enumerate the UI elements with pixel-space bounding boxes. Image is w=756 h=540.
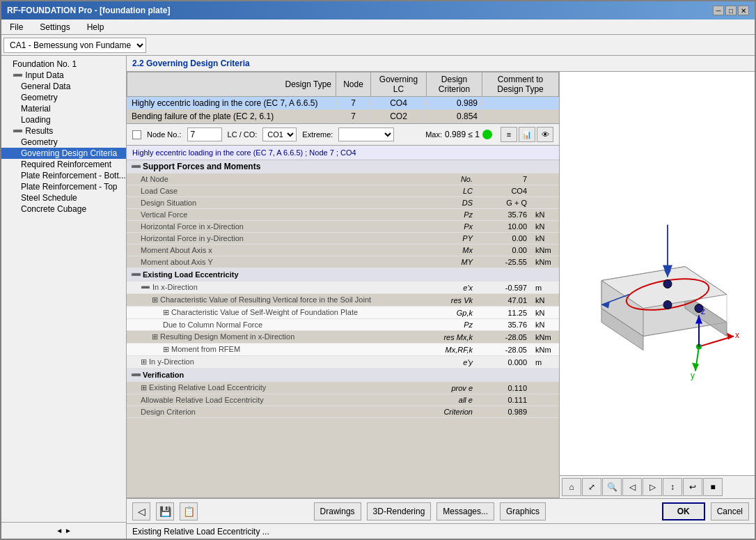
svg-point-12 — [663, 280, 672, 288]
chart-icon-btn[interactable]: 📊 — [519, 127, 535, 142]
data-panel: Design Type Node Governing LC Design Cri… — [127, 72, 560, 498]
lc-co-label: LC / CO: — [228, 130, 258, 139]
tree-root-label: Foundation No. 1 — [13, 59, 77, 69]
content-area: Foundation No. 1 ➖ Input Data General Da… — [1, 56, 755, 539]
svg-point-13 — [663, 301, 672, 309]
tree-material[interactable]: Material — [1, 103, 126, 114]
tree-concrete-cubage[interactable]: Concrete Cubage — [1, 203, 126, 215]
detail-row-load-case: Load Case LC CO4 — [127, 185, 559, 197]
section-verification: ➖Verification — [127, 369, 559, 382]
menu-bar: File Settings Help — [1, 20, 755, 35]
maximize-button[interactable]: □ — [725, 6, 737, 15]
extreme-label: Extreme: — [302, 130, 333, 139]
view-left-btn[interactable]: ◁ — [622, 478, 642, 496]
cell-lc-2: CO2 — [371, 110, 427, 123]
view-rotate-btn[interactable]: ↩ — [683, 478, 702, 496]
close-button[interactable]: ✕ — [738, 6, 749, 15]
view-toolbar: ⌂ ⤢ 🔍 ◁ ▷ ↕ ↩ ■ — [560, 475, 755, 498]
menu-help[interactable]: Help — [81, 21, 110, 33]
detail-row-criterion: Design Criterion Criterion 0.989 — [127, 406, 559, 418]
view-zoom-btn[interactable]: 🔍 — [602, 478, 622, 496]
detail-row-all-e: Allowable Relative Load Eccentricity all… — [127, 394, 559, 406]
rendering-button[interactable]: 3D-Rendering — [367, 502, 432, 520]
tree-steel-schedule[interactable]: Steel Schedule — [1, 192, 126, 203]
menu-settings[interactable]: Settings — [34, 21, 75, 33]
tree-plate-top[interactable]: Plate Reinforcement - Top — [1, 181, 126, 192]
lc-co-dropdown[interactable]: CO1 — [262, 128, 297, 141]
view-fill-btn[interactable]: ■ — [703, 478, 723, 496]
main-table: Design Type Node Governing LC Design Cri… — [127, 72, 559, 123]
left-panel: Foundation No. 1 ➖ Input Data General Da… — [1, 56, 127, 539]
nav-export-btn[interactable]: 📋 — [180, 502, 198, 520]
nav-save-btn[interactable]: 💾 — [156, 502, 174, 520]
cell-node-1: 7 — [336, 97, 371, 110]
detail-panel: Highly eccentric loading in the core (EC… — [127, 146, 559, 498]
tree-plate-bottom[interactable]: Plate Reinforcement - Bott... — [1, 170, 126, 181]
detail-row-res-mxk: ⊞ Resulting Design Moment in x-Direction… — [127, 331, 559, 344]
view-panel: x y z — [560, 72, 755, 498]
detail-row-moment-x: Moment About Axis x Mx 0.00 kNm — [127, 245, 559, 256]
menu-file[interactable]: File — [4, 21, 29, 33]
tree-root[interactable]: Foundation No. 1 — [1, 59, 126, 70]
minimize-button[interactable]: ─ — [713, 6, 724, 15]
tree-loading[interactable]: Loading — [1, 114, 126, 125]
cancel-button[interactable]: Cancel — [711, 502, 749, 520]
nav-back-btn[interactable]: ◁ — [132, 502, 150, 520]
node-no-input[interactable] — [187, 128, 222, 141]
window-title: RF-FOUNDATION Pro - [foundation plate] — [7, 6, 170, 15]
table-row[interactable]: Highly eccentric loading in the core (EC… — [127, 97, 559, 110]
graphics-button[interactable]: Graphics — [500, 502, 546, 520]
tree-general-data[interactable]: General Data — [1, 81, 126, 92]
detail-row-vertical-force: Vertical Force Pz 35.76 kN — [127, 209, 559, 221]
left-panel-scrollbar[interactable]: ◄ ► — [1, 522, 126, 539]
svg-text:x: x — [735, 330, 739, 340]
tree-governing-design[interactable]: Governing Design Criteria — [1, 148, 126, 159]
title-bar: RF-FOUNDATION Pro - [foundation plate] ─… — [1, 1, 755, 20]
tree-input-data-label: Input Data — [25, 70, 63, 80]
view-updown-btn[interactable]: ↕ — [663, 478, 682, 496]
bottom-toolbar: ◁ 💾 📋 Drawings 3D-Rendering Messages... … — [127, 498, 755, 523]
col-design-criterion: Design Criterion — [427, 72, 482, 97]
sub-section-x-dir: ➖ In x-Direction e'x -0.597 m — [127, 281, 559, 294]
checkbox-node[interactable] — [132, 130, 141, 139]
detail-row-pz-normal: Due to Column Normal Force Pz 35.76 kN — [127, 319, 559, 331]
max-value: 0.989 ≤ 1 — [445, 130, 480, 139]
middle-content: Design Type Node Governing LC Design Cri… — [127, 72, 755, 498]
view-right-btn[interactable]: ▷ — [643, 478, 662, 496]
cell-criterion-2: 0.854 — [427, 110, 482, 123]
max-label-group: Max: 0.989 ≤ 1 — [425, 130, 492, 139]
section-support-forces: ➖Support Forces and Moments — [127, 160, 559, 173]
filter-bar: Node No.: LC / CO: CO1 Extreme: M — [127, 124, 559, 146]
detail-row-res-vk: ⊞ Characteristic Value of Resulting Vert… — [127, 294, 559, 307]
table-row[interactable]: Bending failure of the plate (EC 2, 6.1)… — [127, 110, 559, 123]
detail-row-moment-y: Moment about Axis Y MY -25.55 kNm — [127, 256, 559, 268]
main-container: CA1 - Bemessung von Fundame Foundation N… — [1, 35, 755, 539]
tree-geometry-results[interactable]: Geometry — [1, 137, 126, 148]
status-bar: Existing Relative Load Eccentricity ... — [127, 523, 755, 539]
view-frame-btn[interactable]: ⤢ — [582, 478, 601, 496]
section-eccentricity: ➖Existing Load Eccentricity — [127, 268, 559, 281]
svg-text:z: z — [701, 307, 705, 316]
extreme-dropdown[interactable] — [338, 128, 394, 141]
cell-comment-2 — [482, 110, 559, 123]
drawings-button[interactable]: Drawings — [314, 502, 361, 520]
tree-input-data[interactable]: ➖ Input Data — [1, 70, 126, 81]
ok-button[interactable]: OK — [662, 502, 705, 520]
tree-geometry-input[interactable]: Geometry — [1, 92, 126, 103]
detail-row-prov-e: ⊞ Existing Relative Load Eccentricity pr… — [127, 382, 559, 394]
cell-node-2: 7 — [336, 110, 371, 123]
messages-button[interactable]: Messages... — [436, 502, 494, 520]
table-icon-btn[interactable]: ≡ — [501, 127, 517, 142]
col-design-type: Design Type — [127, 72, 336, 97]
tree-results[interactable]: ➖ Results — [1, 125, 126, 137]
detail-header: Highly eccentric loading in the core (EC… — [127, 146, 559, 160]
tree-container: Foundation No. 1 ➖ Input Data General Da… — [1, 56, 126, 522]
3d-view[interactable]: x y z — [560, 72, 755, 475]
case-dropdown[interactable]: CA1 - Bemessung von Fundame — [3, 38, 146, 53]
detail-row-design-situation: Design Situation DS G + Q — [127, 197, 559, 209]
view-home-btn[interactable]: ⌂ — [562, 478, 581, 496]
tree-required-reinforcement[interactable]: Required Reinforcement — [1, 159, 126, 170]
3d-view-svg: x y z — [560, 72, 755, 475]
eye-icon-btn[interactable]: 👁 — [537, 127, 553, 142]
node-no-label: Node No.: — [147, 130, 182, 139]
